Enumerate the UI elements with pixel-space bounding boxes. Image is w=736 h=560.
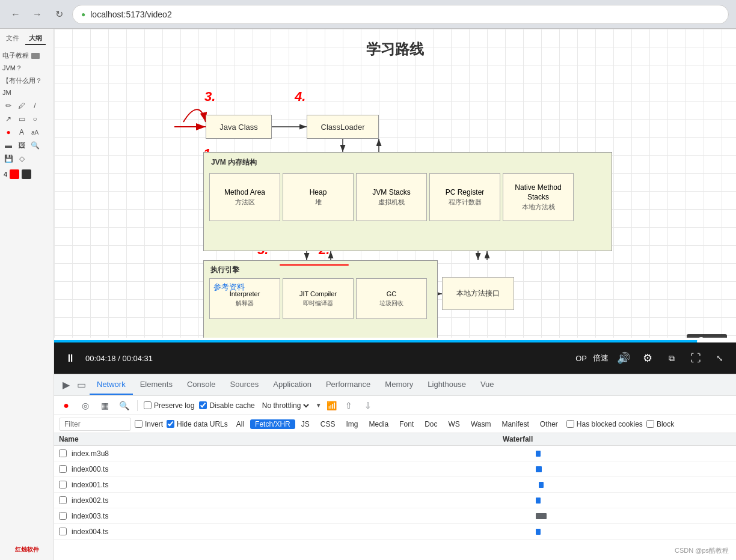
color-size-row: 4 [2,167,51,181]
row-checkbox-4[interactable] [59,512,67,520]
sidebar-tab-file[interactable]: 文件 [2,32,23,45]
block-checkbox[interactable] [646,420,654,428]
tool-zoom[interactable]: 🔍 [29,139,41,151]
size-indicator: 4 [4,171,7,178]
block-label[interactable]: Block [646,420,674,428]
tool-ellipse[interactable]: ○ [29,113,41,125]
table-row[interactable]: index003.ts [54,508,736,524]
chip-font[interactable]: Font [394,419,419,429]
tool-text-a[interactable]: A [16,126,28,138]
chip-img[interactable]: Img [341,419,363,429]
filter-icon-button[interactable]: ▦ [97,398,112,413]
waterfall-cell-1 [503,463,731,475]
waterfall-bar-3 [536,498,541,504]
speed-label[interactable]: 倍速 [593,353,609,364]
record-button[interactable]: ● [59,398,73,413]
filename-3: index002.ts [72,496,503,505]
browser-chrome: ← → ↻ ● localhost:5173/video2 [0,0,736,29]
volume-button[interactable]: 🔊 [615,349,633,367]
search-button[interactable]: 🔍 [117,398,131,413]
devtools-cursor-btn[interactable]: ▶ [59,377,73,393]
tool-pencil[interactable]: ✏ [2,100,14,112]
tool-text-a2[interactable]: aA [29,126,41,138]
tab-network[interactable]: Network [90,375,133,395]
time-display: 00:04:18 / 00:04:31 [85,354,153,363]
tool-diamond[interactable]: ◇ [16,153,28,165]
preserve-log-label[interactable]: Preserve log [144,401,194,410]
preserve-log-checkbox[interactable] [144,401,152,409]
devtools-tabs: ▶ ▭ Network Elements Console Sources App… [54,374,736,396]
refresh-button[interactable]: ↻ [51,6,67,23]
chip-media[interactable]: Media [364,419,393,429]
tab-application[interactable]: Application [266,375,319,395]
chip-js[interactable]: JS [296,419,314,429]
tab-sources[interactable]: Sources [223,375,266,395]
row-checkbox-5[interactable] [59,528,67,535]
chip-all[interactable]: All [232,419,249,429]
tool-image[interactable]: 🖼 [16,139,28,151]
content-area: 学习路线 3. 4. 1. 5. 2. [54,29,736,560]
row-checkbox-1[interactable] [59,465,67,473]
chip-css[interactable]: CSS [316,419,340,429]
tab-lighthouse[interactable]: Lighthouse [420,375,473,395]
chip-other[interactable]: Other [535,419,563,429]
color-swatch-dark[interactable] [22,169,31,179]
table-row[interactable]: index002.ts [54,493,736,508]
forward-button[interactable]: → [29,6,46,23]
chip-wasm[interactable]: Wasm [466,419,496,429]
invert-label[interactable]: Invert [135,420,163,428]
tool-save[interactable]: 💾 [2,153,14,165]
disable-cache-label[interactable]: Disable cache [199,401,254,410]
devtools-device-btn[interactable]: ▭ [73,377,90,393]
tab-vue[interactable]: Vue [473,375,501,395]
tool-eraser[interactable]: ▬ [2,139,14,151]
upload-button[interactable]: ⇧ [342,398,356,413]
tool-arrow[interactable]: ↗ [2,113,14,125]
waterfall-bar-0 [536,451,541,457]
download-button[interactable]: ⇩ [361,398,375,413]
tab-elements[interactable]: Elements [133,375,180,395]
disable-cache-checkbox[interactable] [199,401,207,409]
lock-icon: ● [81,10,85,19]
tab-console[interactable]: Console [180,375,223,395]
table-row[interactable]: index001.ts [54,477,736,493]
chip-ws[interactable]: WS [444,419,465,429]
back-button[interactable]: ← [7,6,24,23]
wifi-icon: 📶 [327,401,337,410]
tool-fill-red[interactable]: ● [2,126,14,138]
chip-fetch-xhr[interactable]: Fetch/XHR [250,419,295,429]
table-row[interactable]: index004.ts [54,524,736,540]
row-checkbox-3[interactable] [59,496,67,504]
tool-rect[interactable]: ▭ [16,113,28,125]
hide-data-urls-checkbox[interactable] [167,420,174,428]
address-bar[interactable]: ● localhost:5173/video2 [72,5,729,24]
chip-manifest[interactable]: Manifest [497,419,533,429]
tab-memory[interactable]: Memory [378,375,420,395]
table-row[interactable]: index000.ts [54,461,736,477]
clear-button[interactable]: ◎ [78,398,93,413]
mem-cell-jvm-stacks: JVM Stacks 虚拟机栈 [356,173,427,221]
total-time: 00:04:31 [122,354,153,363]
filter-input[interactable] [59,418,131,431]
row-checkbox-0[interactable] [59,449,67,457]
pip-button[interactable]: ⧉ [663,349,681,367]
chip-doc[interactable]: Doc [420,419,442,429]
tool-pen[interactable]: 🖊 [16,100,28,112]
tab-performance[interactable]: Performance [319,375,378,395]
table-row[interactable]: index.m3u8 [54,446,736,461]
ref-link[interactable]: 参考资料 [213,282,245,293]
fullscreen-button[interactable]: ⛶ [687,349,705,367]
throttle-select[interactable]: No throttling [260,401,311,410]
has-blocked-checkbox[interactable] [566,420,574,428]
row-checkbox-2[interactable] [59,481,67,488]
has-blocked-label[interactable]: Has blocked cookies [566,420,643,428]
invert-checkbox[interactable] [135,420,143,428]
jvm-structure-label: JVM 内存结构 [211,157,257,168]
settings-button[interactable]: ⚙ [639,349,657,367]
extend-button[interactable]: ⤡ [711,349,729,367]
sidebar-tab-outline[interactable]: 大纲 [25,32,46,45]
play-pause-button[interactable]: ⏸ [61,349,79,367]
tool-line[interactable]: / [29,100,41,112]
color-swatch-red[interactable] [10,169,19,179]
hide-data-urls-label[interactable]: Hide data URLs [167,420,228,428]
